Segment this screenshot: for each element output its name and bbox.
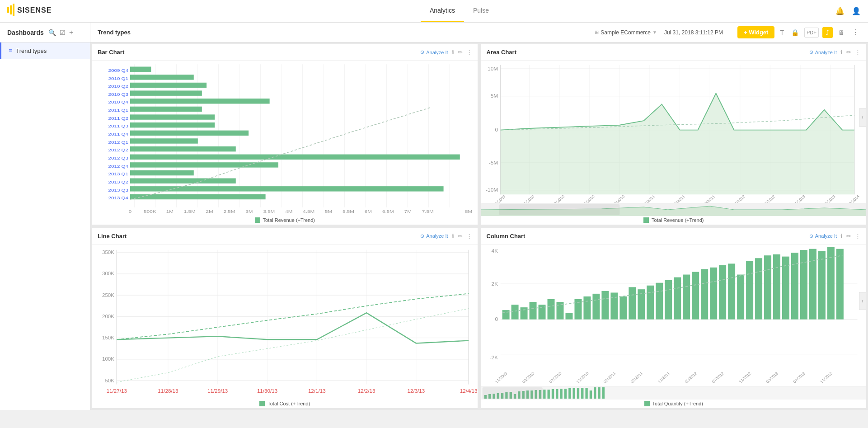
- line-edit-icon[interactable]: ✏: [458, 233, 463, 240]
- column-chart-header: Column Chart ⊙ Analyze It ℹ ✏ ⋮: [481, 228, 867, 245]
- bell-icon[interactable]: 🔔: [835, 7, 845, 16]
- svg-text:07/2011: 07/2011: [629, 371, 643, 384]
- area-chevron-right[interactable]: ›: [859, 108, 866, 127]
- svg-text:11/29/13: 11/29/13: [207, 388, 228, 393]
- bar-chart-header: Bar Chart ⊙ Analyze It ℹ ✏ ⋮: [92, 44, 478, 61]
- area-info-icon[interactable]: ℹ: [840, 49, 843, 56]
- lock-icon[interactable]: 🔒: [789, 27, 801, 38]
- column-chart-svg: 4K 2K 0 -2K: [481, 245, 867, 387]
- bookmark-icon[interactable]: ☑: [60, 29, 66, 36]
- svg-text:05/2011: 05/2011: [671, 194, 685, 203]
- bar-legend-box: [255, 217, 260, 223]
- column-analyze-btn[interactable]: ⊙ Analyze It: [809, 233, 837, 239]
- svg-text:7.5M: 7.5M: [422, 209, 434, 214]
- column-chevron-right[interactable]: ›: [859, 292, 866, 310]
- bar-chart-title: Bar Chart: [98, 49, 420, 56]
- more-icon[interactable]: ⋮: [850, 26, 861, 38]
- column-edit-icon[interactable]: ✏: [846, 233, 851, 240]
- col-bar-3: [520, 307, 527, 320]
- svg-text:2010 Q1: 2010 Q1: [108, 76, 129, 81]
- sidebar: ≡ Trend types: [0, 42, 90, 410]
- add-icon[interactable]: +: [69, 28, 73, 37]
- svg-rect-154: [577, 388, 579, 399]
- bar-edit-icon[interactable]: ✏: [458, 49, 463, 56]
- pdf-icon[interactable]: PDF: [804, 28, 819, 38]
- line-chart-legend: Total Cost (+Trend): [92, 399, 478, 408]
- bar-2010q3: [130, 90, 202, 95]
- svg-text:50K: 50K: [105, 378, 114, 383]
- dashboard-name: Trend types: [98, 29, 131, 36]
- bar-2011q3: [130, 122, 215, 127]
- svg-text:2011 Q4: 2011 Q4: [108, 132, 129, 136]
- tab-analytics[interactable]: Analytics: [421, 0, 464, 22]
- area-analyze-btn[interactable]: ⊙ Analyze It: [809, 49, 837, 55]
- text-icon[interactable]: T: [778, 27, 786, 38]
- col-bar-12: [601, 291, 609, 319]
- svg-text:03/2012: 03/2012: [684, 371, 698, 384]
- svg-text:12/2/13: 12/2/13: [358, 388, 375, 393]
- svg-rect-150: [560, 389, 562, 399]
- svg-text:2011 Q1: 2011 Q1: [108, 108, 129, 113]
- svg-text:3.5M: 3.5M: [263, 209, 275, 214]
- tab-pulse[interactable]: Pulse: [464, 0, 498, 22]
- line-analyze-icon: ⊙: [420, 233, 424, 239]
- svg-text:07/2010: 07/2010: [548, 371, 562, 384]
- bar-more-icon[interactable]: ⋮: [466, 49, 472, 56]
- svg-text:100K: 100K: [102, 356, 115, 361]
- bar-chart-actions: ⊙ Analyze It ℹ ✏ ⋮: [420, 49, 472, 56]
- svg-text:10M: 10M: [488, 66, 498, 71]
- svg-text:2013 Q1: 2013 Q1: [108, 171, 129, 176]
- svg-text:2013 Q2: 2013 Q2: [108, 179, 129, 184]
- column-legend-box: [644, 401, 650, 406]
- col-bar-17: [647, 285, 654, 319]
- column-chart-body: › 4K 2K 0 -2K: [481, 245, 867, 387]
- line-more-icon[interactable]: ⋮: [466, 233, 472, 240]
- svg-text:2012 Q4: 2012 Q4: [108, 164, 129, 169]
- area-chart-actions: ⊙ Analyze It ℹ ✏ ⋮: [809, 49, 861, 56]
- widget-button[interactable]: + Widget: [737, 26, 774, 38]
- svg-text:2010 Q2: 2010 Q2: [108, 84, 129, 89]
- datasource-filter[interactable]: ⊞ Sample ECommerce ▼: [595, 29, 657, 36]
- monitor-icon[interactable]: 🖥: [836, 27, 846, 38]
- svg-text:-10M: -10M: [486, 188, 498, 193]
- svg-text:11/28/13: 11/28/13: [158, 388, 178, 393]
- col-bar-15: [629, 287, 636, 319]
- col-bar-22: [692, 272, 699, 319]
- svg-text:05/2010: 05/2010: [581, 194, 595, 203]
- area-chart-title: Area Chart: [487, 49, 809, 56]
- line-analyze-btn[interactable]: ⊙ Analyze It: [420, 233, 448, 239]
- svg-rect-158: [594, 387, 596, 399]
- area-chart-header: Area Chart ⊙ Analyze It ℹ ✏ ⋮: [481, 44, 867, 61]
- svg-text:2011 Q2: 2011 Q2: [108, 116, 129, 121]
- user-icon[interactable]: 👤: [852, 7, 861, 16]
- area-edit-icon[interactable]: ✏: [846, 49, 851, 56]
- col-bar-37: [827, 247, 834, 320]
- svg-text:07/2012: 07/2012: [711, 371, 725, 384]
- sidebar-item-trend-types[interactable]: ≡ Trend types: [0, 42, 90, 59]
- col-bar-6: [547, 299, 554, 319]
- line-chart-panel: Line Chart ⊙ Analyze It ℹ ✏ ⋮ 350K 300K …: [92, 228, 478, 409]
- line-chart-svg: 350K 300K 250K 200K 150K 100K 50K: [92, 245, 478, 400]
- column-more-icon[interactable]: ⋮: [855, 233, 861, 240]
- svg-rect-153: [572, 388, 575, 399]
- svg-text:03/2010: 03/2010: [521, 371, 535, 384]
- svg-rect-149: [556, 389, 558, 399]
- column-info-icon[interactable]: ℹ: [840, 233, 843, 240]
- bar-2012q3: [130, 155, 460, 160]
- col-bar-23: [701, 269, 708, 319]
- svg-text:2K: 2K: [491, 281, 498, 286]
- area-more-icon[interactable]: ⋮: [855, 49, 861, 56]
- col-bar-21: [683, 274, 690, 319]
- col-bar-28: [746, 261, 753, 319]
- col-bar-1: [502, 310, 509, 320]
- bar-analyze-btn[interactable]: ⊙ Analyze It: [420, 49, 448, 55]
- line-info-icon[interactable]: ℹ: [452, 233, 454, 240]
- date-filter: Jul 31, 2018 3:11:12 PM: [664, 29, 723, 36]
- share-icon[interactable]: ⤴: [822, 27, 833, 38]
- svg-text:8M: 8M: [465, 209, 472, 214]
- col-bar-4: [529, 302, 536, 320]
- bar-info-icon[interactable]: ℹ: [452, 49, 454, 56]
- bar-2010q4: [130, 99, 270, 103]
- search-icon[interactable]: 🔍: [48, 29, 56, 36]
- svg-text:1.5M: 1.5M: [184, 209, 196, 214]
